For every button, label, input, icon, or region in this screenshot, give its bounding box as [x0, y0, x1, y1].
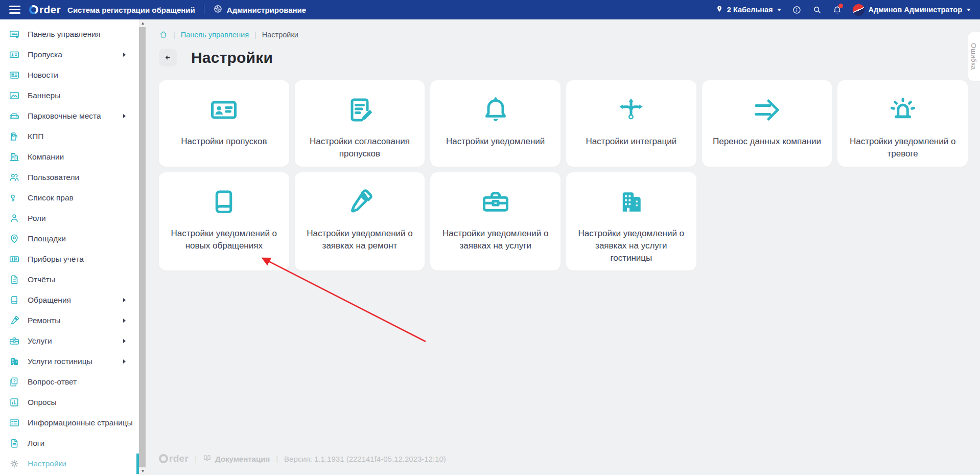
sidebar-item[interactable]: Парковочные места — [0, 106, 139, 126]
document-edit-icon — [344, 95, 375, 125]
svg-text:?: ? — [13, 379, 16, 383]
sidebar-item-label: Пользователи — [28, 173, 79, 182]
home-icon[interactable] — [159, 30, 168, 39]
checkpoint-icon — [9, 131, 20, 142]
sidebar-item[interactable]: Отчёты — [0, 269, 139, 290]
documentation-icon — [203, 454, 212, 464]
menu-icon[interactable] — [9, 6, 20, 14]
sidebar-item[interactable]: КПП — [0, 126, 139, 147]
settings-card[interactable]: Настройки уведомлений о заявках на услуг… — [430, 172, 561, 271]
sidebar-item[interactable]: Услуги — [0, 331, 139, 351]
settings-card[interactable]: Настройки уведомлений о заявках на ремон… — [295, 172, 425, 271]
search-button[interactable] — [812, 5, 822, 14]
sidebar-item[interactable]: Панель управления — [0, 24, 139, 44]
avatar — [853, 4, 865, 16]
meter-icon — [9, 254, 20, 265]
info-button[interactable] — [792, 5, 802, 15]
info-icon — [792, 5, 802, 15]
sidebar-item[interactable]: Информационные страницы — [0, 413, 139, 433]
back-button[interactable] — [159, 49, 177, 66]
location-selector[interactable]: 2 Кабельная — [715, 5, 782, 15]
settings-card[interactable]: Настройки пропусков — [159, 80, 289, 167]
order-logo[interactable]: rder — [29, 4, 61, 16]
location-pin-icon — [715, 5, 724, 13]
app-title: Система регистрации обращений — [67, 6, 195, 14]
sidebar-item[interactable]: Пользователи — [0, 167, 139, 188]
sidebar-item[interactable]: Услуги гостиницы — [0, 351, 139, 372]
book-icon — [208, 187, 239, 217]
pass-card-icon — [208, 91, 239, 129]
settings-card[interactable]: Настройки уведомлений о новых обращениях — [159, 172, 289, 271]
sidebar-item[interactable]: Приборы учёта — [0, 249, 139, 269]
page-title: Настройки — [191, 49, 273, 66]
bell-icon — [480, 91, 511, 129]
settings-card-label: Настройки уведомлений о тревоге — [845, 135, 961, 161]
settings-card-label: Перенос данных компании — [713, 135, 821, 148]
sidebar-item[interactable]: Ремонты — [0, 310, 139, 331]
sidebar-item[interactable]: Баннеры — [0, 85, 139, 106]
sidebar-item[interactable]: ?Вопрос-ответ — [0, 372, 139, 392]
chevron-right-icon — [123, 298, 126, 302]
documentation-link[interactable]: Документация — [203, 454, 270, 464]
version-text: Версия: 1.1.1931 (222141f4-05.12.2023-12… — [284, 455, 446, 463]
sidebar-item[interactable]: Настройки — [0, 454, 139, 474]
sidebar-item[interactable]: Новости — [0, 65, 139, 85]
sidebar-item[interactable]: Логи — [0, 433, 139, 454]
scroll-up-icon[interactable]: ▲ — [139, 19, 147, 27]
documentation-icon — [203, 454, 212, 462]
settings-card[interactable]: Настройки уведомлений о тревоге — [837, 80, 968, 167]
sidebar-scrollbar[interactable]: ▲ ▼ — [139, 19, 147, 475]
settings-card-label: Настройки уведомлений о заявках на ремон… — [302, 228, 418, 253]
scroll-down-icon[interactable]: ▼ — [139, 467, 147, 475]
sidebar-item[interactable]: Список прав — [0, 188, 139, 208]
settings-card[interactable]: Настройки интеграций — [566, 80, 696, 167]
arrow-left-icon — [163, 53, 173, 62]
sidebar-item[interactable]: Компании — [0, 147, 139, 167]
transfer-arrow-icon — [752, 95, 782, 125]
settings-card[interactable]: Настройки согласования пропусков — [295, 80, 425, 167]
sidebar-item-label: Роли — [28, 214, 46, 223]
sidebar-item-label: Новости — [28, 71, 58, 80]
sidebar-item[interactable]: Роли — [0, 208, 139, 229]
error-feedback-tab[interactable]: Ошибка — [968, 32, 980, 81]
notification-badge — [838, 4, 843, 8]
breadcrumb-separator: | — [254, 31, 256, 39]
settings-card[interactable]: Перенос данных компании — [702, 80, 832, 167]
user-menu[interactable]: Админов Администратор — [853, 4, 971, 16]
integration-arrows-icon — [616, 91, 646, 129]
sidebar-item-label: Приборы учёта — [28, 255, 84, 264]
breadcrumb: | Панель управления | Настройки — [159, 30, 968, 39]
sidebar-item-label: Парковочные места — [28, 111, 101, 121]
sidebar-item[interactable]: Площадки — [0, 229, 139, 249]
logo-o-icon — [28, 4, 39, 15]
sidebar-item[interactable]: Опросы — [0, 392, 139, 413]
main-content: | Панель управления | Настройки Настройк… — [147, 19, 980, 475]
sidebar-item-label: Логи — [28, 439, 44, 448]
notifications-button[interactable] — [832, 5, 842, 15]
chevron-right-icon — [123, 359, 126, 364]
banner-image-icon — [9, 90, 20, 101]
administration-section[interactable]: Администрирование — [213, 4, 306, 15]
scrollbar-thumb[interactable] — [139, 27, 146, 467]
sidebar-item-label: Информационные страницы — [28, 418, 133, 427]
sidebar-item[interactable]: Пропуска — [0, 44, 139, 65]
question-icon: ? — [9, 376, 20, 388]
administration-icon — [213, 4, 223, 14]
chevron-right-icon — [123, 53, 126, 57]
toolbox-icon — [480, 183, 511, 221]
sidebar: Панель управленияПропускаНовостиБаннерыП… — [0, 19, 139, 475]
book-icon — [9, 295, 20, 306]
book-icon — [208, 183, 239, 221]
settings-card-label: Настройки уведомлений о заявках на услуг… — [573, 228, 689, 265]
administration-icon — [213, 4, 223, 15]
hotel-icon — [616, 187, 646, 217]
breadcrumb-link[interactable]: Панель управления — [181, 31, 249, 39]
settings-card-label: Настройки пропусков — [181, 135, 267, 148]
settings-card[interactable]: Настройки уведомлений о заявках на услуг… — [566, 172, 696, 271]
hotel-icon — [9, 356, 20, 367]
sidebar-item-label: Вопрос-ответ — [28, 377, 77, 387]
news-icon — [9, 70, 20, 81]
sidebar-item[interactable]: Обращения — [0, 290, 139, 310]
settings-card[interactable]: Настройки уведомлений — [430, 80, 561, 167]
info-pages-icon — [9, 417, 20, 428]
